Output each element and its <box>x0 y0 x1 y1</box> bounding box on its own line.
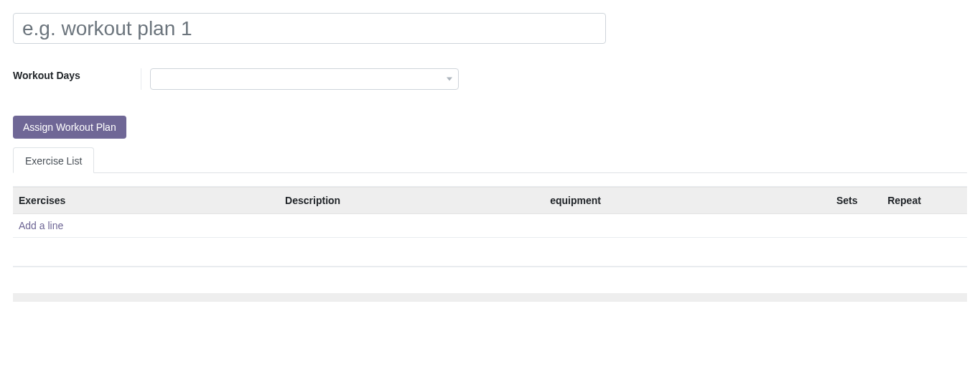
table-header-row: Exercises Description equipment Sets Rep… <box>13 188 967 214</box>
exercise-table: Exercises Description equipment Sets Rep… <box>13 187 967 267</box>
workout-plan-form: Workout Days Assign Workout Plan Exercis… <box>0 0 980 302</box>
field-separator <box>141 68 141 90</box>
col-header-repeat[interactable]: Repeat <box>875 188 938 214</box>
spacer-row <box>13 238 967 267</box>
exercise-table-wrap: Exercises Description equipment Sets Rep… <box>13 186 967 267</box>
add-line-row: Add a line <box>13 214 967 238</box>
chevron-down-icon <box>447 78 452 81</box>
tabs: Exercise List <box>13 147 967 173</box>
footer-strip <box>13 293 967 302</box>
col-header-sets[interactable]: Sets <box>808 188 874 214</box>
col-header-actions <box>938 188 967 214</box>
tab-exercise-list[interactable]: Exercise List <box>13 147 94 173</box>
col-header-description[interactable]: Description <box>279 188 544 214</box>
workout-days-select[interactable] <box>150 68 459 90</box>
plan-name-input[interactable] <box>13 13 606 44</box>
col-header-exercises[interactable]: Exercises <box>13 188 279 214</box>
add-line-link[interactable]: Add a line <box>19 220 63 231</box>
workout-days-label: Workout Days <box>13 68 141 81</box>
assign-workout-plan-button[interactable]: Assign Workout Plan <box>13 116 126 139</box>
workout-days-row: Workout Days <box>13 68 967 90</box>
col-header-equipment[interactable]: equipment <box>544 188 808 214</box>
